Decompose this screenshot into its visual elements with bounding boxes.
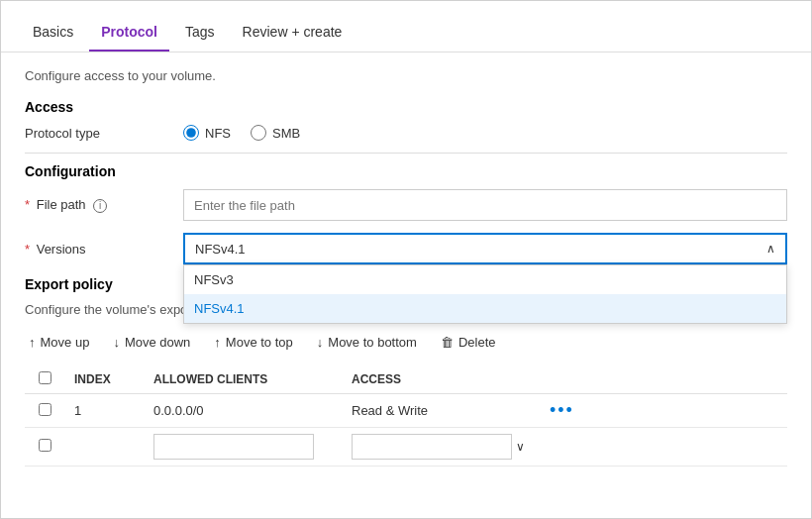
file-path-input[interactable] [183,189,787,221]
versions-row: * Versions NFSv4.1 ∧ NFSv3 NFSv4.1 [25,233,787,264]
move-up-btn[interactable]: ↑ Move up [25,333,93,352]
versions-label: * Versions [25,242,183,257]
table-header: INDEX ALLOWED CLIENTS ACCESS [25,365,787,394]
table-body: 1 0.0.0.0/0 Read & Write ••• [25,394,787,467]
versions-dropdown-btn[interactable]: NFSv4.1 ∧ [183,233,787,264]
delete-btn[interactable]: 🗑 Delete [437,333,500,352]
move-up-label: Move up [41,335,90,350]
move-to-bottom-btn[interactable]: ↓ Move to bottom [313,333,421,352]
versions-selected-value: NFSv4.1 [195,242,246,257]
table-header-row: INDEX ALLOWED CLIENTS ACCESS [25,365,787,394]
export-policy-table: INDEX ALLOWED CLIENTS ACCESS 1 0.0.0.0/0… [25,365,787,467]
move-to-bottom-label: Move to bottom [328,335,417,350]
tab-review-create[interactable]: Review + create [231,12,355,52]
radio-nfs-input[interactable] [183,125,199,141]
move-to-top-btn[interactable]: ↑ Move to top [210,333,296,352]
export-toolbar: ↑ Move up ↓ Move down ↑ Move to top ↓ Mo… [25,327,787,358]
empty-row-actions [540,428,787,467]
radio-smb[interactable]: SMB [251,125,300,141]
required-star-filepath: * [25,197,30,212]
file-path-info-icon[interactable]: i [93,199,107,213]
empty-row-index [64,428,144,467]
table-row: 1 0.0.0.0/0 Read & Write ••• [25,394,787,428]
empty-access-chevron-icon: ∨ [516,440,525,454]
access-section-title: Access [25,99,787,115]
tab-protocol[interactable]: Protocol [89,12,169,52]
empty-row-access: ∨ [342,428,540,467]
versions-dropdown-wrapper: NFSv4.1 ∧ NFSv3 NFSv4.1 [183,233,787,264]
versions-chevron-up-icon: ∧ [766,242,775,256]
col-header-actions [540,365,787,394]
move-up-icon: ↑ [29,335,36,350]
versions-option-nfsv41[interactable]: NFSv4.1 [184,294,786,323]
protocol-type-field: NFS SMB [183,125,787,141]
empty-row-checkbox-cell [25,428,64,467]
empty-row-clients [144,428,342,467]
tab-tags[interactable]: Tags [173,12,227,52]
versions-dropdown-menu: NFSv3 NFSv4.1 [183,264,787,324]
content-area: Configure access to your volume. Access … [1,52,811,518]
config-section-title: Configuration [25,163,787,179]
tab-bar: Basics Protocol Tags Review + create [1,1,811,52]
move-down-btn[interactable]: ↓ Move down [109,333,194,352]
move-to-bottom-icon: ↓ [317,335,324,350]
move-down-label: Move down [125,335,190,350]
move-to-top-icon: ↑ [214,335,221,350]
move-to-top-label: Move to top [226,335,293,350]
empty-access-select[interactable] [352,434,512,460]
col-header-access: ACCESS [342,365,540,394]
file-path-label: * File path i [25,197,183,213]
row-clients: 0.0.0.0/0 [144,394,342,428]
protocol-type-row: Protocol type NFS SMB [25,125,787,141]
move-down-icon: ↓ [113,335,120,350]
row-checkbox[interactable] [39,403,51,416]
protocol-type-label: Protocol type [25,126,183,141]
required-star-versions: * [25,242,30,257]
divider-1 [25,153,787,154]
col-header-index: INDEX [64,365,144,394]
col-header-checkbox [25,365,64,394]
tab-basics[interactable]: Basics [21,12,85,52]
versions-option-nfsv3[interactable]: NFSv3 [184,265,786,294]
col-header-clients: ALLOWED CLIENTS [144,365,342,394]
select-all-checkbox[interactable] [39,371,51,384]
row-actions: ••• [540,394,787,428]
row-checkbox-cell [25,394,64,428]
empty-access-select-wrapper: ∨ [352,434,530,460]
radio-smb-input[interactable] [251,125,266,141]
row-more-btn[interactable]: ••• [550,400,574,421]
empty-row-checkbox[interactable] [39,439,51,452]
versions-field: NFSv4.1 ∧ NFSv3 NFSv4.1 [183,233,787,264]
file-path-row: * File path i [25,189,787,221]
delete-icon: 🗑 [441,335,454,350]
main-container: Basics Protocol Tags Review + create Con… [0,0,812,519]
radio-group: NFS SMB [183,125,787,141]
delete-label: Delete [458,335,496,350]
row-access: Read & Write [342,394,540,428]
row-index: 1 [64,394,144,428]
radio-smb-label: SMB [272,126,300,141]
page-subtitle: Configure access to your volume. [25,68,787,83]
empty-clients-input[interactable] [153,434,314,460]
radio-nfs[interactable]: NFS [183,125,231,141]
file-path-field [183,189,787,221]
table-empty-row: ∨ [25,428,787,467]
radio-nfs-label: NFS [205,126,231,141]
